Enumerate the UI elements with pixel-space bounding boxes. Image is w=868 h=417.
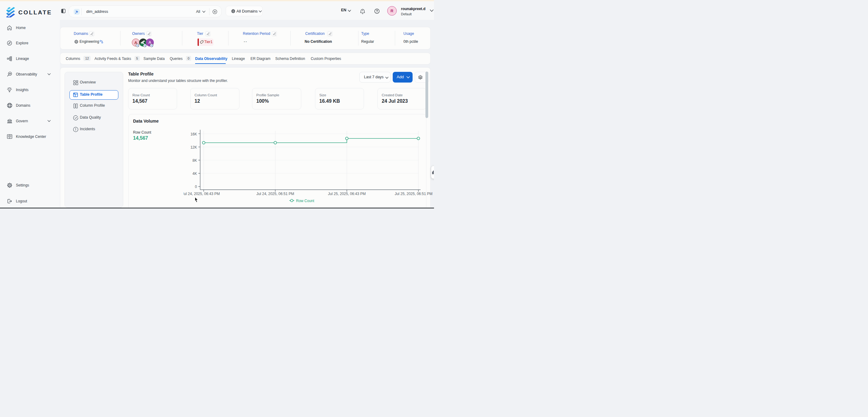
svg-text:4K: 4K: [192, 171, 197, 176]
svg-text:0: 0: [195, 185, 197, 189]
svg-text:Jul 24, 2025, 06:43 PM: Jul 24, 2025, 06:43 PM: [184, 192, 220, 196]
svg-text:8K: 8K: [192, 158, 197, 163]
svg-text:Row Count: Row Count: [296, 199, 314, 203]
svg-text:12K: 12K: [190, 145, 197, 150]
svg-text:Jul 25, 2025, 06:43 PM: Jul 25, 2025, 06:43 PM: [328, 192, 366, 196]
svg-text:Jul 24, 2025, 06:51 PM: Jul 24, 2025, 06:51 PM: [256, 192, 294, 196]
svg-text:Jul 25, 2025, 06:51 PM: Jul 25, 2025, 06:51 PM: [395, 192, 432, 196]
svg-text:16K: 16K: [190, 132, 197, 136]
